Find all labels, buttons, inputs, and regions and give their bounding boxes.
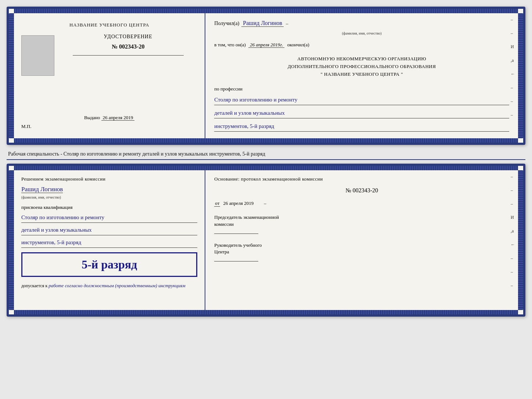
back-right-dash-9: – xyxy=(511,283,515,288)
prisvoena-label: присвоена квалификация xyxy=(21,204,197,210)
qual-line1: Столяр по изготовлению и ремонту xyxy=(21,213,197,223)
right-strip-back xyxy=(518,170,523,310)
back-right-dash-4: И xyxy=(511,215,515,220)
vydano-date: 26 апреля 2019 xyxy=(101,115,135,121)
qual-line2: деталей и узлов музыкальных xyxy=(21,225,197,235)
cert-divider-line xyxy=(73,55,184,56)
back-right-dash-2: – xyxy=(511,188,515,193)
org-block: АВТОНОМНУЮ НЕКОММЕРЧЕСКУЮ ОРГАНИЗАЦИЮ ДО… xyxy=(214,55,509,78)
cert-right-panel: – – И ,а ← – – – Получил(а) Рашид Логино… xyxy=(205,13,518,138)
protocol-number: № 002343-20 xyxy=(214,187,509,194)
photo-placeholder xyxy=(21,35,54,76)
cert-number: № 002343-20 xyxy=(112,43,144,50)
right-dash-2: – xyxy=(511,31,515,36)
predsedatel-line2: комиссии xyxy=(214,221,509,228)
right-dash-7: – xyxy=(511,99,515,104)
fio-caption-top: (фамилия, имя, отчество) xyxy=(214,31,509,35)
specialty-label: Рабочая специальность - Столяр по изгото… xyxy=(7,149,525,160)
person-name-top: Рашид Логинов xyxy=(241,20,284,27)
right-dash-8: – xyxy=(511,112,515,118)
big-rank: 5-й разряд xyxy=(26,256,193,273)
dopuskaetsya-row: допускается к работе согласно должностны… xyxy=(21,283,197,289)
vydano-label: Выдано xyxy=(84,115,100,120)
rukovoditel-label: Руководитель учебного Центра xyxy=(214,242,509,255)
back-left-panel: Решением экзаменационной комиссии Рашид … xyxy=(14,170,205,310)
back-right-dash-6: ← xyxy=(511,242,515,247)
specialty-text: Рабочая специальность - Столяр по изгото… xyxy=(8,151,265,157)
cert-left-panel: НАЗВАНИЕ УЧЕБНОГО ЦЕНТРА УДОСТОВЕРЕНИЕ №… xyxy=(14,13,205,138)
poluchil-dash: – xyxy=(286,21,288,26)
document-back: Решением экзаменационной комиссии Рашид … xyxy=(7,164,525,317)
org-line3: " НАЗВАНИЕ УЧЕБНОГО ЦЕНТРА " xyxy=(214,71,509,78)
bottom-decorative-strip xyxy=(14,138,518,143)
back-right-panel: – – – И ,а ← – – – Основание: протокол э… xyxy=(205,170,518,310)
po-professii-label: по профессии xyxy=(214,86,509,92)
profession-line1: Столяр по изготовлению и ремонту xyxy=(214,95,509,105)
dopuskaetsya-label: допускается к xyxy=(21,283,47,288)
profession-line2: деталей и узлов музыкальных xyxy=(214,108,509,118)
right-dash-4: ,а xyxy=(511,58,515,63)
rukovoditel-line2: Центра xyxy=(214,249,509,255)
right-dash-3: И xyxy=(511,44,515,50)
bottom-strip-back xyxy=(14,310,518,314)
ot-label: от xyxy=(214,200,220,207)
right-decorative-strip xyxy=(518,13,523,138)
right-dash-6: – xyxy=(511,85,515,90)
vtom-row: в том, что он(а) 26 апреля 2019г. окончи… xyxy=(214,42,509,48)
profession-line3: инструментов, 5-й разряд xyxy=(214,121,509,132)
okonchil-label: окончил(а) xyxy=(287,42,309,47)
ot-line: от 26 апреля 2019 – xyxy=(214,200,509,207)
ot-dash: – xyxy=(264,200,266,206)
left-decorative-strip xyxy=(9,13,14,138)
fio-caption-back: (фамилия, имя, отчество) xyxy=(21,195,197,199)
org-line2: ДОПОЛНИТЕЛЬНОГО ПРОФЕССИОНАЛЬНОГО ОБРАЗО… xyxy=(214,63,509,71)
vtom-date: 26 апреля 2019г. xyxy=(248,42,284,48)
back-right-dash-1: – xyxy=(511,174,515,179)
back-right-dash-5: ,а xyxy=(511,228,515,234)
resheniem-line: Решением экзаменационной комиссии xyxy=(21,176,197,182)
cert-udostoverenie-label: УДОСТОВЕРЕНИЕ xyxy=(104,34,152,40)
right-dash-1: – xyxy=(511,17,515,22)
qual-line3: инструментов, 5-й разряд xyxy=(21,238,197,248)
document-front: НАЗВАНИЕ УЧЕБНОГО ЦЕНТРА УДОСТОВЕРЕНИЕ №… xyxy=(7,7,525,145)
right-dash-5: ← xyxy=(511,71,515,77)
osnovanie-line: Основание: протокол экзаменационной коми… xyxy=(214,176,509,182)
vtom-label: в том, что он(а) xyxy=(214,42,246,47)
back-right-dash-7: – xyxy=(511,256,515,261)
mp-label: М.П. xyxy=(21,124,31,129)
predsedatel-line1: Председатель экзаменационной xyxy=(214,214,509,221)
top-strip-back xyxy=(14,166,518,170)
person-name-back: Рашид Логинов xyxy=(21,186,63,193)
predsedatel-label: Председатель экзаменационной комиссии xyxy=(214,214,509,227)
dopusk-text: работе согласно должностным (производств… xyxy=(48,283,185,288)
poluchil-label: Получил(а) xyxy=(214,21,239,26)
vydano-line: Выдано 26 апреля 2019 xyxy=(84,115,134,121)
back-right-dash-8: – xyxy=(511,269,515,275)
left-strip-back xyxy=(9,170,14,310)
rukovoditel-signature-line xyxy=(214,261,258,261)
cert-school-title: НАЗВАНИЕ УЧЕБНОГО ЦЕНТРА xyxy=(69,22,149,28)
predsedatel-signature-line xyxy=(214,234,258,234)
org-line1: АВТОНОМНУЮ НЕКОММЕРЧЕСКУЮ ОРГАНИЗАЦИЮ xyxy=(214,55,509,63)
poluchil-row: Получил(а) Рашид Логинов – xyxy=(214,20,509,27)
rukovoditel-line1: Руководитель учебного xyxy=(214,242,509,249)
top-decorative-strip xyxy=(14,9,518,13)
ot-date: 26 апреля 2019 xyxy=(222,200,255,206)
back-right-dash-3: – xyxy=(511,201,515,207)
